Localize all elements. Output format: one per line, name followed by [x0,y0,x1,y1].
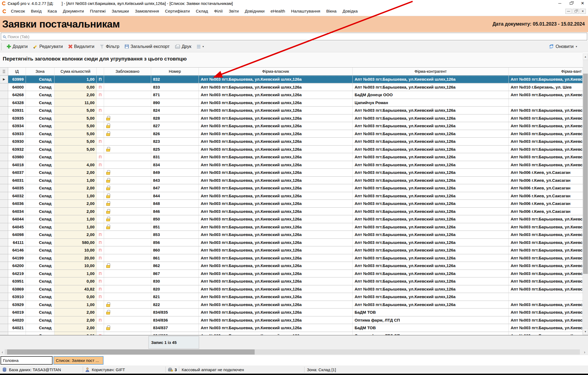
menu-item-11[interactable]: Довідники [242,7,268,16]
cell-consignee: Апт №003 пгт.Барышевка, ул.Киевский шлях… [509,262,583,270]
table-row[interactable]: 64328Склад11,00890Апт №003 пгт.Барышевка… [0,99,583,107]
toolbar-grip[interactable] [1,43,2,50]
tab-home[interactable]: Головна [1,356,53,365]
table-row[interactable]: 63933Склад5,00826Апт №003 пгт.Барышевка,… [0,130,583,138]
menu-item-5[interactable]: Залишки [109,7,132,16]
edit-button[interactable]: Редагувати [30,42,65,51]
cell-locked [104,277,151,285]
restore-button[interactable] [569,1,573,5]
cell-sum: 11,00 [54,99,97,107]
horizontal-scrollbar[interactable]: ‹ › [0,349,588,355]
menu-item-13[interactable]: Налаштування [288,7,323,16]
table-row[interactable]: 64268Склад2,00П871Апт №003 пгт.Барышевка… [0,91,583,99]
column-header-zone[interactable]: Зона [26,68,54,75]
table-row[interactable]: 63930Склад5,00П823Апт №003 пгт.Барышевка… [0,138,583,146]
add-button[interactable]: Додати [4,42,30,51]
cell-p-marker: П [97,75,104,83]
filter-button[interactable]: Фільтр [97,42,122,51]
menu-item-6[interactable]: Замовлення [132,7,162,16]
menu-item-2[interactable]: Каса [45,7,60,16]
print-button[interactable]: Друк [172,42,194,51]
table-row[interactable]: 63934Склад5,00827Апт №003 пгт.Барышевка,… [0,122,583,130]
menu-item-12[interactable]: eHealth [267,7,288,16]
table-row[interactable]: 64111Склад580,00П856Апт №003 пгт.Барышев… [0,239,583,247]
cell-number: 844 [151,192,199,200]
column-header-owner[interactable]: Фірма-власник [199,68,353,75]
menu-item-14[interactable]: Вікна [323,7,340,16]
cell-number: 847 [151,184,199,192]
table-row[interactable]: 63951Склад0,00П830Апт №003 пгт.Барышевка… [0,277,583,285]
table-row[interactable]: ▶63999Склад1,00П832Апт №003 пгт.Барышевк… [0,75,583,83]
table-row[interactable]: 64045Склад1,00851Апт №003 пгт.Барышевка,… [0,223,583,231]
table-row[interactable]: 64018Склад4,00П834Апт №003 пгт.Барышевка… [0,161,583,169]
vertical-scrollbar-thumb[interactable] [583,74,588,274]
table-row[interactable]: Склад2,00П834/838Апт №003 пгт.Барышевка,… [0,332,583,335]
column-header-p[interactable] [97,68,104,75]
column-header-id[interactable]: ІД [8,68,26,75]
table-row[interactable]: 63929Склад1,00822Апт №003 пгт.Барышевка,… [0,301,583,309]
scroll-down-icon[interactable]: ▼ [583,328,588,335]
cell-consignee: Апт №003 пгт.Барышевка, ул.Киевский шлях… [509,309,583,316]
column-header-sum[interactable]: Сума кількостей [54,68,97,75]
table-row[interactable]: 63931Склад5,00П824Апт №003 пгт.Барышевка… [0,107,583,114]
cell-contragent: Апт №003 пгт.Барышевка, ул.Киевский шлях… [353,262,509,270]
menu-item-10[interactable]: Звіти [226,7,242,16]
table-row[interactable]: 64020Склад2,00П834/836Апт №003 пгт.Барыш… [0,316,583,324]
status-zone: Зона: Склад [1] [304,367,588,373]
scroll-left-icon[interactable]: ‹ [0,349,5,355]
search-input[interactable] [8,34,587,39]
table-row[interactable]: 64034Склад2,00846Апт №003 пгт.Барышевка,… [0,208,583,216]
menu-item-7[interactable]: Сертифікати [162,7,193,16]
view-options-button[interactable]: ▾ [194,42,207,51]
table-row[interactable]: 64146Склад10,00П860Апт №003 пгт.Барышевк… [0,246,583,254]
scroll-right-icon[interactable]: › [582,349,587,355]
refresh-button[interactable]: Оновити ▾ [546,42,580,51]
table-row[interactable]: 64044Склад1,00850Апт №003 пгт.Барышевка,… [0,215,583,223]
table-row[interactable]: 63935Склад5,00828Апт №003 пгт.Барышевка,… [0,114,583,122]
table-row[interactable]: 64031Склад1,00843Апт №003 пгт.Барышевка,… [0,177,583,185]
mdi-restore-button[interactable] [572,9,579,14]
grid-corner-cell[interactable] [0,68,8,75]
menu-item-9[interactable]: Філії [211,7,226,16]
table-row[interactable]: 63910Склад0,00П821Апт №003 пгт.Барышевка… [0,293,583,301]
cell-locked [104,192,151,200]
menu-item-0[interactable]: Список [8,7,28,16]
table-row[interactable]: 64036Склад2,00848Апт №003 пгт.Барышевка,… [0,200,583,208]
scroll-up-icon[interactable]: ▲ [583,53,588,60]
column-header-locked[interactable]: Заблоковано [104,68,151,75]
table-row[interactable]: 64098Склад2,00П853Апт №003 пгт.Барышевка… [0,231,583,239]
export-button[interactable]: Загальний експорт [122,42,172,51]
close-button[interactable]: ✕ [580,1,585,5]
mdi-close-button[interactable]: ✕ [580,9,586,14]
lock-icon [106,209,110,214]
table-row[interactable]: 64200Склад10,00862Апт №003 пгт.Барышевка… [0,262,583,270]
tab-list-active[interactable]: Список: Заявки пост ... [53,356,103,365]
column-header-consignee[interactable]: Фірма-вант [509,68,583,75]
table-row[interactable]: 64000Склад0,00П833Апт №003 пгт.Барышевка… [0,83,583,91]
table-row[interactable]: 63932Склад5,00825Апт №003 пгт.Барышевка,… [0,146,583,153]
table-row[interactable]: 64037Склад2,00849Апт №003 пгт.Барышевка,… [0,169,583,177]
menu-item-3[interactable]: Документи [60,7,87,16]
column-header-number[interactable]: Номер [151,68,199,75]
group-by-panel[interactable]: Перетягніть заголовок колонки сюди для у… [0,52,583,67]
column-header-contragent[interactable]: Фірма-контрагент [353,68,509,75]
menu-item-15[interactable]: Довідка [340,7,361,16]
list-icon [197,45,200,48]
row-indicator [0,83,8,91]
table-row[interactable]: 64019Склад2,00834/835Апт №003 пгт.Барыше… [0,309,583,316]
table-row[interactable]: 63869Склад43,82П820Апт №003 пгт.Барышевк… [0,285,583,293]
menu-item-4[interactable]: Платежі [87,7,109,16]
table-row[interactable]: 63980СкладП831Апт №003 пгт.Барышевка, ул… [0,153,583,161]
minimize-button[interactable] [557,1,562,5]
menu-item-8[interactable]: Склад [193,7,211,16]
table-row[interactable]: 64219Склад1,00П867Апт №003 пгт.Барышевка… [0,270,583,278]
menu-item-1[interactable]: Вихід [28,7,45,16]
table-row[interactable]: 64032Склад1,00844Апт №003 пгт.Барышевка,… [0,192,583,200]
table-row[interactable]: 64199Склад20,00П861Апт №003 пгт.Барышевк… [0,254,583,262]
mdi-minimize-button[interactable] [565,9,572,14]
horizontal-scrollbar-thumb[interactable] [7,349,255,355]
delete-button[interactable]: Видалити [66,42,97,51]
vertical-scrollbar[interactable]: ▲ ▼ [583,53,588,335]
table-row[interactable]: 64021Склад2,00834/837Апт №003 пгт.Барыше… [0,324,583,332]
table-row[interactable]: 64035Склад2,00847Апт №003 пгт.Барышевка,… [0,184,583,192]
